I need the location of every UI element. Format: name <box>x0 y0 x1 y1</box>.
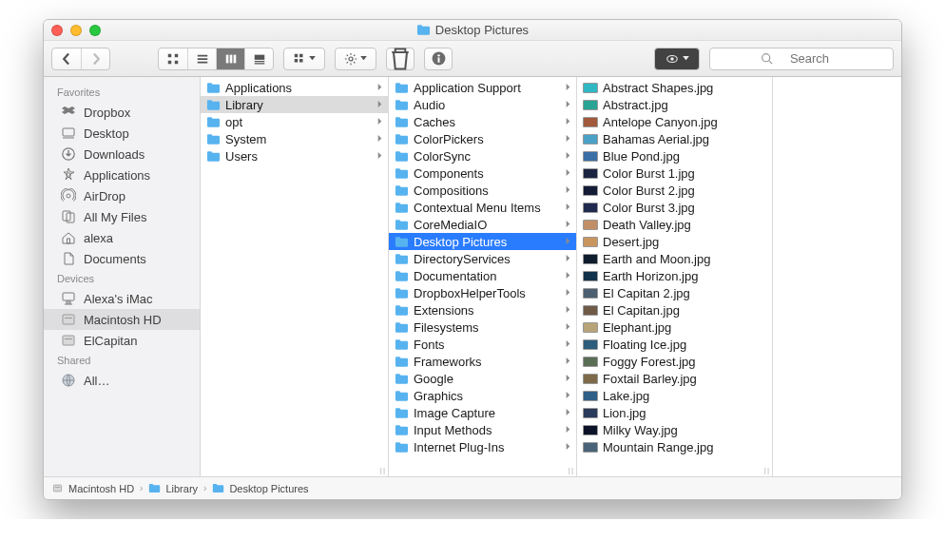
folder-icon <box>206 116 221 128</box>
file-item[interactable]: Lion.jpg <box>577 404 772 421</box>
item-label: Frameworks <box>414 355 482 369</box>
zoom-button[interactable] <box>89 25 101 36</box>
folder-item[interactable]: Applications <box>201 79 388 96</box>
folder-item[interactable]: Filesystems <box>389 319 576 336</box>
folder-item[interactable]: Users <box>201 147 388 164</box>
body: FavoritesDropboxDesktopDownloadsApplicat… <box>44 77 901 476</box>
folder-item[interactable]: Contextual Menu Items <box>389 199 576 216</box>
item-label: Color Burst 3.jpg <box>603 201 695 215</box>
image-thumb-icon <box>583 442 598 453</box>
sidebar-item-label: Alexa's iMac <box>84 292 153 306</box>
file-item[interactable]: Floating Ice.jpg <box>577 336 772 353</box>
folder-item[interactable]: opt <box>201 113 388 130</box>
folder-item[interactable]: Compositions <box>389 182 576 199</box>
folder-item[interactable]: Caches <box>389 113 576 130</box>
arrange-icon <box>293 52 306 66</box>
file-item[interactable]: Mountain Range.jpg <box>577 438 772 455</box>
image-thumb-icon <box>583 203 598 213</box>
folder-icon <box>395 202 409 214</box>
search-input[interactable] <box>777 51 843 66</box>
folder-item[interactable]: Application Support <box>389 79 576 96</box>
file-item[interactable]: Earth and Moon.jpg <box>577 250 772 267</box>
minimize-button[interactable] <box>70 25 82 36</box>
file-item[interactable]: Antelope Canyon.jpg <box>577 113 772 130</box>
folder-icon <box>206 99 221 111</box>
folder-item[interactable]: Audio <box>389 96 576 113</box>
file-item[interactable]: Color Burst 2.jpg <box>577 182 772 199</box>
sidebar-item-all-my-files[interactable]: All My Files <box>44 206 200 227</box>
file-item[interactable]: Abstract.jpg <box>577 96 772 113</box>
column-view-button[interactable] <box>216 48 244 69</box>
sidebar-item-macintosh-hd[interactable]: Macintosh HD <box>44 309 200 330</box>
breadcrumb-item[interactable]: Macintosh HD <box>51 483 134 494</box>
list-view-button[interactable] <box>187 48 216 69</box>
action-dropdown[interactable] <box>335 48 376 70</box>
sidebar-item-downloads[interactable]: Downloads <box>44 144 200 164</box>
breadcrumb-sep: › <box>203 483 206 493</box>
globe-icon <box>61 373 76 388</box>
coverflow-view-button[interactable] <box>244 48 273 69</box>
folder-item[interactable]: Extensions <box>389 301 576 319</box>
quicklook-dropdown[interactable] <box>654 48 700 70</box>
folder-item[interactable]: DirectoryServices <box>389 250 576 267</box>
sidebar-item-airdrop[interactable]: AirDrop <box>44 185 200 206</box>
file-item[interactable]: Lake.jpg <box>577 387 772 404</box>
item-label: Desert.jpg <box>603 235 659 249</box>
file-item[interactable]: Desert.jpg <box>577 233 772 250</box>
folder-item[interactable]: Graphics <box>389 387 576 404</box>
info-button[interactable] <box>424 48 453 70</box>
file-item[interactable]: Color Burst 3.jpg <box>577 199 772 216</box>
breadcrumb-item[interactable]: Library <box>148 483 198 494</box>
image-thumb-icon <box>583 117 598 127</box>
folder-item[interactable]: System <box>201 130 388 147</box>
file-item[interactable]: Blue Pond.jpg <box>577 147 772 164</box>
file-item[interactable]: Death Valley.jpg <box>577 216 772 233</box>
folder-item[interactable]: Google <box>389 370 576 387</box>
folder-item[interactable]: Frameworks <box>389 353 576 370</box>
file-item[interactable]: Abstract Shapes.jpg <box>577 79 772 96</box>
sidebar-item-desktop[interactable]: Desktop <box>44 123 200 144</box>
icon-view-button[interactable] <box>159 48 187 69</box>
sidebar-item-documents[interactable]: Documents <box>44 248 200 269</box>
sidebar-item-all-[interactable]: All… <box>44 370 200 391</box>
folder-item[interactable]: Components <box>389 164 576 182</box>
file-item[interactable]: El Capitan 2.jpg <box>577 284 772 301</box>
trash-button[interactable] <box>386 48 415 70</box>
folder-item[interactable]: Fonts <box>389 336 576 353</box>
file-item[interactable]: Earth Horizon.jpg <box>577 267 772 284</box>
sidebar-item-dropbox[interactable]: Dropbox <box>44 102 200 123</box>
arrange-dropdown[interactable] <box>283 48 325 70</box>
close-button[interactable] <box>51 25 63 36</box>
folder-item[interactable]: DropboxHelperTools <box>389 284 576 301</box>
search-field[interactable] <box>709 48 894 70</box>
file-item[interactable]: Bahamas Aerial.jpg <box>577 130 772 147</box>
folder-item[interactable]: ColorSync <box>389 147 576 164</box>
file-item[interactable]: Foxtail Barley.jpg <box>577 370 772 387</box>
folder-item[interactable]: ColorPickers <box>389 130 576 147</box>
folder-item[interactable]: Library <box>201 96 388 113</box>
folder-item[interactable]: CoreMediaIO <box>389 216 576 233</box>
item-label: Foxtail Barley.jpg <box>603 372 697 386</box>
file-item[interactable]: Milky Way.jpg <box>577 421 772 438</box>
sidebar-item-elcapitan[interactable]: ElCapitan <box>44 330 200 351</box>
folder-item[interactable]: Internet Plug-Ins <box>389 438 576 455</box>
file-item[interactable]: Elephant.jpg <box>577 319 772 336</box>
breadcrumb-item[interactable]: Desktop Pictures <box>212 483 308 494</box>
item-label: Floating Ice.jpg <box>603 338 686 352</box>
back-button[interactable] <box>52 48 81 69</box>
folder-item[interactable]: Desktop Pictures <box>389 233 576 250</box>
folder-item[interactable]: Documentation <box>389 267 576 284</box>
file-item[interactable]: El Capitan.jpg <box>577 301 772 319</box>
chevron-right-icon <box>564 374 572 382</box>
item-label: Compositions <box>414 183 489 198</box>
folder-item[interactable]: Input Methods <box>389 421 576 438</box>
sidebar-item-alexa[interactable]: alexa <box>44 227 200 248</box>
sidebar-item-applications[interactable]: Applications <box>44 164 200 185</box>
folder-item[interactable]: Image Capture <box>389 404 576 421</box>
sidebar-item-alexa-s-imac[interactable]: Alexa's iMac <box>44 288 200 309</box>
file-item[interactable]: Color Burst 1.jpg <box>577 164 772 182</box>
item-label: ColorSync <box>414 149 471 164</box>
file-item[interactable]: Foggy Forest.jpg <box>577 353 772 370</box>
forward-button[interactable] <box>81 48 109 69</box>
image-thumb-icon <box>583 357 598 367</box>
